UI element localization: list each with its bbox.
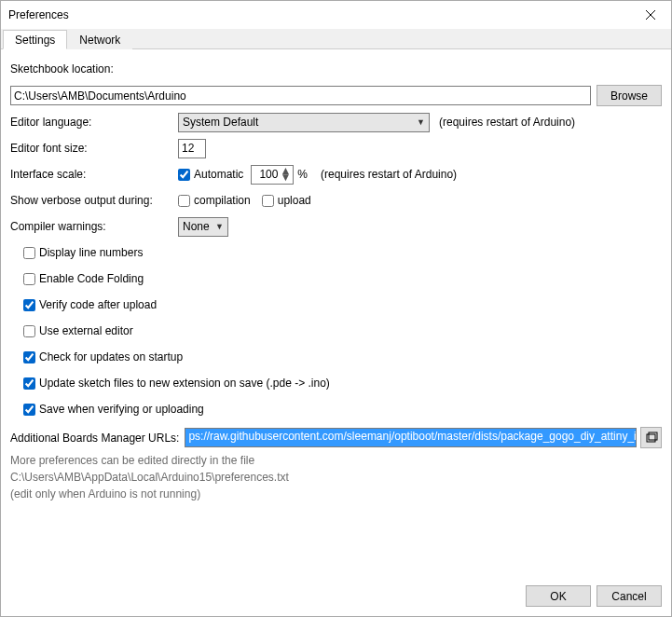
percent-label: %: [297, 168, 308, 181]
compiler-warnings-select[interactable]: None ▼: [178, 217, 228, 237]
save-verify-checkbox-input[interactable]: [23, 404, 35, 416]
sketchbook-label: Sketchbook location:: [10, 62, 114, 75]
preferences-window: Preferences Settings Network Sketchbook …: [0, 0, 672, 617]
settings-panel: Sketchbook location: Browse Editor langu…: [1, 49, 671, 580]
language-value: System Default: [183, 116, 258, 129]
font-size-input[interactable]: [178, 139, 206, 158]
compilation-label: compilation: [194, 194, 251, 207]
tab-bar: Settings Network: [1, 29, 671, 49]
titlebar: Preferences: [1, 1, 671, 29]
external-editor-label: Use external editor: [39, 324, 133, 337]
verify-upload-checkbox-input[interactable]: [23, 299, 35, 311]
check-updates-checkbox-input[interactable]: [23, 351, 35, 363]
automatic-checkbox-input[interactable]: [178, 169, 190, 181]
compilation-checkbox-input[interactable]: [178, 195, 190, 207]
chevron-down-icon: ▼: [215, 222, 224, 231]
restart-hint-1: (requires restart of Arduino): [439, 116, 575, 129]
verify-upload-label: Verify code after upload: [39, 298, 157, 311]
upload-checkbox[interactable]: upload: [262, 194, 311, 207]
verbose-label: Show verbose output during:: [10, 194, 178, 207]
boards-urls-expand-button[interactable]: [640, 427, 662, 448]
prefs-path-text: C:\Users\AMB\AppData\Local\Arduino15\pre…: [10, 471, 662, 484]
line-numbers-checkbox[interactable]: Display line numbers: [23, 246, 143, 259]
save-verify-label: Save when verifying or uploading: [39, 403, 204, 416]
edit-hint-text: (edit only when Arduino is not running): [10, 487, 662, 500]
dialog-footer: OK Cancel: [1, 580, 671, 616]
tab-network[interactable]: Network: [67, 30, 132, 49]
compiler-warnings-label: Compiler warnings:: [10, 220, 178, 233]
update-ext-label: Update sketch files to new extension on …: [39, 377, 330, 390]
chevron-down-icon: ▼: [417, 117, 425, 127]
upload-checkbox-input[interactable]: [262, 195, 274, 207]
svg-rect-3: [649, 432, 657, 440]
check-updates-checkbox[interactable]: Check for updates on startup: [23, 350, 183, 363]
boards-urls-label: Additional Boards Manager URLs:: [10, 432, 179, 445]
update-ext-checkbox[interactable]: Update sketch files to new extension on …: [23, 377, 330, 390]
compiler-warnings-value: None: [183, 220, 210, 233]
automatic-label: Automatic: [194, 168, 243, 181]
external-editor-checkbox[interactable]: Use external editor: [23, 324, 133, 337]
check-updates-label: Check for updates on startup: [39, 350, 183, 363]
more-prefs-text: More preferences can be edited directly …: [10, 454, 662, 467]
boards-urls-input[interactable]: ps://raw.githubusercontent.com/sleemanj/…: [185, 428, 637, 447]
scale-spinner[interactable]: 100 ▲▼: [251, 165, 294, 185]
upload-label: upload: [278, 194, 311, 207]
save-verify-checkbox[interactable]: Save when verifying or uploading: [23, 403, 204, 416]
line-numbers-checkbox-input[interactable]: [23, 247, 35, 259]
close-icon: [646, 10, 655, 20]
ok-button[interactable]: OK: [526, 585, 591, 607]
compilation-checkbox[interactable]: compilation: [178, 194, 251, 207]
tab-settings[interactable]: Settings: [3, 30, 67, 49]
window-icon: [645, 432, 658, 445]
language-label: Editor language:: [10, 116, 178, 129]
line-numbers-label: Display line numbers: [39, 246, 143, 259]
language-select[interactable]: System Default ▼: [178, 113, 430, 132]
code-folding-checkbox[interactable]: Enable Code Folding: [23, 272, 144, 285]
font-size-label: Editor font size:: [10, 142, 178, 155]
scale-value: 100: [254, 168, 280, 181]
restart-hint-2: (requires restart of Arduino): [321, 168, 457, 181]
code-folding-checkbox-input[interactable]: [23, 273, 35, 285]
update-ext-checkbox-input[interactable]: [23, 377, 35, 390]
external-editor-checkbox-input[interactable]: [23, 325, 35, 337]
cancel-button[interactable]: Cancel: [597, 585, 662, 607]
code-folding-label: Enable Code Folding: [39, 272, 144, 285]
window-title: Preferences: [8, 8, 69, 21]
interface-scale-label: Interface scale:: [10, 168, 178, 181]
browse-button[interactable]: Browse: [597, 85, 662, 106]
spinner-arrows-icon[interactable]: ▲▼: [280, 168, 291, 181]
close-button[interactable]: [629, 1, 671, 29]
verify-upload-checkbox[interactable]: Verify code after upload: [23, 298, 157, 311]
automatic-checkbox[interactable]: Automatic: [178, 168, 243, 181]
svg-rect-2: [647, 434, 655, 442]
sketchbook-path-input[interactable]: [10, 86, 591, 105]
